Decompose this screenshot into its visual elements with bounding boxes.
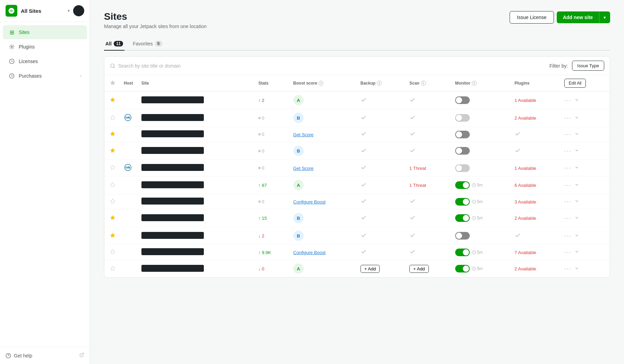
cell-monitor[interactable] [451, 92, 511, 109]
tab-all[interactable]: All 11 [104, 37, 124, 51]
more-options-button[interactable]: ··· [564, 232, 572, 240]
cell-plugins[interactable]: 2 Available [510, 209, 560, 227]
cell-site[interactable] [137, 109, 254, 127]
boost-link[interactable]: Configure Boost [293, 250, 326, 255]
cell-site[interactable] [137, 194, 254, 209]
scan-threat-link[interactable]: 1 Threat [409, 166, 426, 171]
boost-link[interactable]: Configure Boost [293, 199, 326, 205]
monitor-info-icon[interactable]: i [472, 81, 477, 86]
cell-site[interactable] [137, 227, 254, 245]
more-options-button[interactable]: ··· [564, 97, 572, 104]
cell-star[interactable] [104, 260, 120, 278]
cell-plugins[interactable] [510, 142, 560, 160]
tab-favorites[interactable]: Favorites 5 [131, 37, 163, 51]
expand-row-button[interactable] [574, 131, 579, 137]
monitor-toggle[interactable] [455, 214, 470, 222]
edit-all-button[interactable]: Edit All [564, 79, 586, 88]
sidebar-item-plugins[interactable]: Plugins [3, 40, 87, 54]
plugins-available-link[interactable]: 2 Available [514, 216, 536, 221]
monitor-toggle[interactable] [455, 131, 470, 138]
plugins-available-link[interactable]: 1 Available [514, 166, 536, 171]
site-name-bar[interactable] [141, 198, 204, 205]
external-link-icon[interactable] [79, 353, 84, 358]
issue-type-filter-button[interactable]: Issue Type [572, 61, 604, 71]
search-input[interactable] [118, 63, 545, 69]
cell-boost[interactable]: B [289, 209, 356, 227]
cell-plugins[interactable]: 3 Available [510, 194, 560, 209]
expand-row-button[interactable] [574, 182, 579, 188]
monitor-toggle[interactable] [455, 96, 470, 104]
cell-star[interactable] [104, 194, 120, 209]
monitor-toggle[interactable] [455, 147, 470, 155]
more-options-button[interactable]: ··· [564, 265, 572, 272]
site-name-bar[interactable] [141, 181, 204, 188]
boost-info-icon[interactable]: i [319, 81, 323, 86]
more-options-button[interactable]: ··· [564, 215, 572, 222]
monitor-toggle[interactable] [455, 181, 470, 189]
site-name-bar[interactable] [141, 96, 204, 103]
more-options-button[interactable]: ··· [564, 147, 572, 155]
expand-row-button[interactable] [574, 266, 579, 272]
cell-plugins[interactable]: 1 Available [510, 160, 560, 176]
cell-boost[interactable]: A [289, 92, 356, 109]
plugins-available-link[interactable]: 6 Available [514, 183, 536, 188]
scan-info-icon[interactable]: i [421, 81, 426, 86]
add-site-dropdown-button[interactable]: ▾ [599, 11, 610, 23]
cell-monitor[interactable]: 5m [451, 245, 511, 260]
cell-star[interactable] [104, 176, 120, 194]
monitor-toggle[interactable] [455, 114, 470, 122]
more-options-button[interactable]: ··· [564, 164, 572, 172]
cell-monitor[interactable] [451, 109, 511, 127]
cell-plugins[interactable]: 2 Available [510, 109, 560, 127]
site-name-bar[interactable] [141, 232, 204, 239]
cell-site[interactable] [137, 209, 254, 227]
cell-plugins[interactable] [510, 227, 560, 245]
cell-boost[interactable]: B [289, 227, 356, 245]
all-sites-chevron-icon[interactable]: ▾ [68, 8, 70, 13]
more-options-button[interactable]: ··· [564, 249, 572, 256]
cell-site[interactable] [137, 127, 254, 142]
cell-star[interactable] [104, 160, 120, 176]
site-name-bar[interactable] [141, 130, 204, 137]
cell-boost[interactable]: Get Score [289, 127, 356, 142]
cell-monitor[interactable] [451, 127, 511, 142]
sidebar-item-licenses[interactable]: Licenses [3, 54, 87, 68]
cell-site[interactable] [137, 245, 254, 260]
cell-boost[interactable]: Get Score [289, 160, 356, 176]
cell-site[interactable] [137, 92, 254, 109]
expand-row-button[interactable] [574, 115, 579, 121]
cell-star[interactable] [104, 127, 120, 142]
cell-boost[interactable]: B [289, 109, 356, 127]
plugins-available-link[interactable]: 7 Available [514, 250, 536, 255]
cell-star[interactable] [104, 109, 120, 127]
cell-plugins[interactable]: 6 Available [510, 176, 560, 194]
plugins-available-link[interactable]: 1 Available [514, 98, 536, 103]
site-name-bar[interactable] [141, 164, 204, 171]
more-options-button[interactable]: ··· [564, 131, 572, 138]
add-new-site-button[interactable]: Add new site [557, 11, 599, 23]
cell-boost[interactable]: A [289, 176, 356, 194]
more-options-button[interactable]: ··· [564, 198, 572, 205]
expand-row-button[interactable] [574, 97, 579, 103]
cell-plugins[interactable]: 1 Available [510, 92, 560, 109]
cell-star[interactable] [104, 92, 120, 109]
site-name-bar[interactable] [141, 265, 204, 272]
sidebar-item-purchases[interactable]: Purchases › [3, 69, 87, 83]
plugins-available-link[interactable]: 2 Available [514, 115, 536, 121]
scan-threat-link[interactable]: 1 Threat [409, 183, 426, 188]
sidebar-item-sites[interactable]: ⊞ Sites [3, 25, 87, 39]
cell-star[interactable] [104, 142, 120, 160]
cell-site[interactable] [137, 160, 254, 176]
boost-link[interactable]: Get Score [293, 132, 314, 137]
backup-info-icon[interactable]: i [377, 81, 382, 86]
cell-plugins[interactable]: 2 Available [510, 260, 560, 278]
cell-plugins[interactable]: 7 Available [510, 245, 560, 260]
cell-site[interactable] [137, 142, 254, 160]
expand-row-button[interactable] [574, 165, 579, 171]
expand-row-button[interactable] [574, 199, 579, 205]
cell-monitor[interactable]: 5m [451, 209, 511, 227]
monitor-toggle[interactable] [455, 249, 470, 256]
boost-link[interactable]: Get Score [293, 166, 314, 171]
site-name-bar[interactable] [141, 214, 204, 221]
expand-row-button[interactable] [574, 233, 579, 239]
